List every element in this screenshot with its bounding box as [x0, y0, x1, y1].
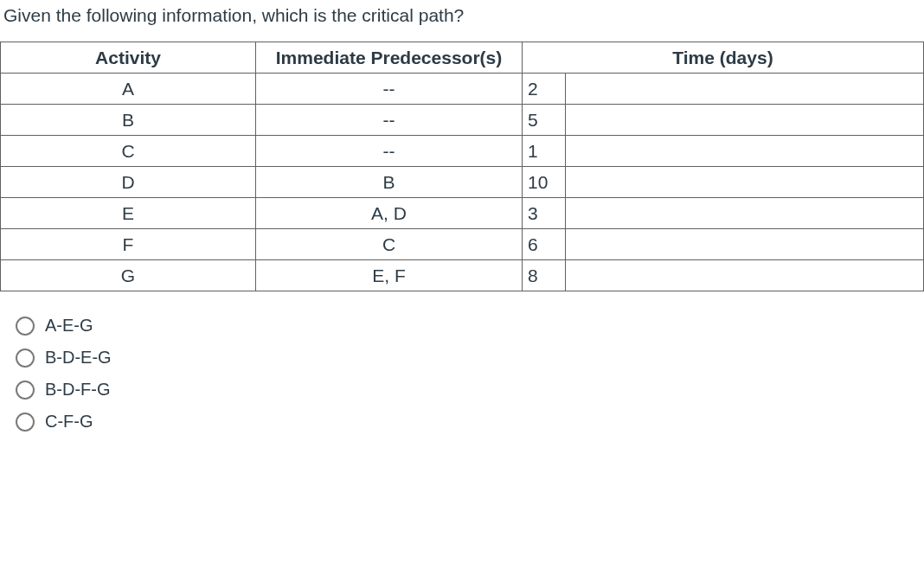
radio-button[interactable] [16, 317, 35, 336]
option-row[interactable]: B-D-E-G [16, 348, 924, 368]
option-label: C-F-G [45, 412, 93, 432]
cell-activity: B [1, 105, 256, 136]
cell-empty [566, 74, 924, 105]
header-predecessor: Immediate Predecessor(s) [256, 42, 523, 74]
table-row: DB10 [1, 167, 924, 198]
table-row: FC6 [1, 229, 924, 260]
cell-predecessor: -- [256, 74, 523, 105]
cell-empty [566, 198, 924, 229]
radio-button[interactable] [16, 349, 35, 368]
cell-activity: D [1, 167, 256, 198]
cell-empty [566, 260, 924, 291]
radio-button[interactable] [16, 413, 35, 432]
cell-predecessor: A, D [256, 198, 523, 229]
cell-activity: F [1, 229, 256, 260]
cell-empty [566, 105, 924, 136]
option-row[interactable]: A-E-G [16, 316, 924, 336]
option-label: A-E-G [45, 316, 93, 336]
cell-predecessor: B [256, 167, 523, 198]
table-row: A--2 [1, 74, 924, 105]
header-time: Time (days) [523, 42, 924, 74]
cell-activity: E [1, 198, 256, 229]
header-activity: Activity [1, 42, 256, 74]
cell-predecessor: C [256, 229, 523, 260]
cell-time: 6 [523, 229, 566, 260]
cell-empty [566, 167, 924, 198]
radio-button[interactable] [16, 381, 35, 400]
cell-time: 5 [523, 105, 566, 136]
option-row[interactable]: B-D-F-G [16, 380, 924, 400]
cell-predecessor: -- [256, 105, 523, 136]
cell-predecessor: E, F [256, 260, 523, 291]
table-row: EA, D3 [1, 198, 924, 229]
cell-activity: C [1, 136, 256, 167]
activity-table: Activity Immediate Predecessor(s) Time (… [0, 42, 924, 291]
cell-time: 1 [523, 136, 566, 167]
options-group: A-E-GB-D-E-GB-D-F-GC-F-G [0, 316, 924, 432]
table-row: B--5 [1, 105, 924, 136]
table-row: GE, F8 [1, 260, 924, 291]
cell-activity: G [1, 260, 256, 291]
option-row[interactable]: C-F-G [16, 412, 924, 432]
cell-time: 8 [523, 260, 566, 291]
cell-empty [566, 229, 924, 260]
option-label: B-D-E-G [45, 348, 112, 368]
cell-time: 3 [523, 198, 566, 229]
cell-predecessor: -- [256, 136, 523, 167]
question-text: Given the following information, which i… [0, 5, 924, 42]
cell-time: 2 [523, 74, 566, 105]
cell-empty [566, 136, 924, 167]
cell-activity: A [1, 74, 256, 105]
cell-time: 10 [523, 167, 566, 198]
table-row: C--1 [1, 136, 924, 167]
option-label: B-D-F-G [45, 380, 111, 400]
